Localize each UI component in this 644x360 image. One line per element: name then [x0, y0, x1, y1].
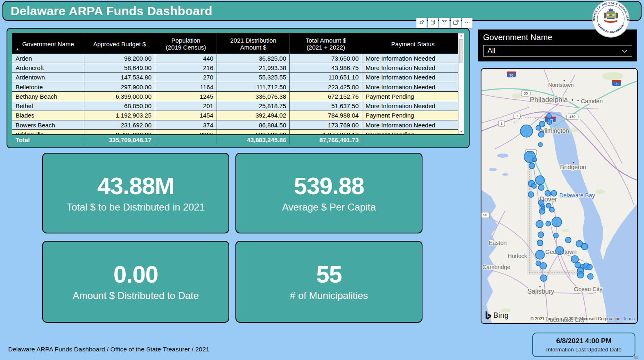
map-attribution: © 2021 TomTom, © 2021 Microsoft Corporat…	[531, 316, 635, 321]
terms-link[interactable]: Terms	[623, 316, 635, 321]
map-bubble[interactable]	[533, 158, 537, 162]
cell-2021-distribution: 336,076.38	[217, 92, 290, 101]
column-header[interactable]: 2021 Distribution Amount $	[217, 33, 290, 54]
cell-population: 2366	[155, 130, 217, 134]
map-bubble[interactable]	[587, 264, 592, 270]
cell-approved-budget: 2,785,900.00	[84, 130, 155, 134]
kpi-label: # of Municipalities	[290, 290, 368, 301]
report-footer: Delaware ARPA Funds Dashboard / Office o…	[8, 346, 209, 353]
map-bubble[interactable]	[552, 217, 562, 227]
column-header[interactable]: Payment Status	[362, 33, 464, 54]
table-row[interactable]: Ardencroft 58,649.00 216 21,993.38 43,98…	[12, 63, 464, 72]
filter-button[interactable]	[439, 18, 450, 28]
kpi-label: Total $ to be Distributed in 2021	[67, 202, 205, 213]
scroll-up-icon[interactable]: ▲	[460, 34, 463, 38]
map-label: Camden	[581, 98, 603, 104]
cell-total-amount: 223,425.00	[290, 82, 362, 92]
map-bubble[interactable]	[536, 220, 543, 228]
map-bubble[interactable]	[577, 272, 584, 278]
cell-government-name: Arden	[12, 54, 84, 63]
map-bubble[interactable]	[551, 190, 557, 196]
cell-2021-distribution: 21,993.38	[217, 63, 290, 72]
focus-mode-button[interactable]	[451, 18, 461, 28]
map-bubble[interactable]	[538, 131, 544, 137]
table-row[interactable]: Bridgeville 2,785,900.00 2366 638,680.09…	[12, 130, 464, 134]
map-bubble[interactable]	[581, 243, 588, 250]
map-bubble[interactable]	[536, 250, 545, 259]
table-scrollbar[interactable]: ▲ ▼	[458, 33, 464, 134]
table-row[interactable]: Bellefonte 297,900.00 1164 111,712.50 22…	[12, 82, 464, 92]
cell-population: 440	[155, 54, 217, 63]
government-name-dropdown[interactable]: All	[483, 45, 632, 57]
map-bubble[interactable]	[540, 275, 547, 281]
column-header[interactable]: Government Name	[12, 33, 84, 54]
copy-button[interactable]	[428, 18, 438, 28]
cell-2021-distribution: 111,712.50	[217, 82, 290, 92]
cell-population: 216	[155, 63, 217, 72]
map-bubble[interactable]	[538, 232, 544, 238]
cell-population: 1245	[155, 92, 217, 101]
kpi-value: 0.00	[113, 262, 158, 287]
map-bubble[interactable]	[547, 120, 552, 125]
map-bubble[interactable]	[545, 190, 551, 196]
map-label: Bridgeton	[560, 163, 586, 170]
table-row[interactable]: Bethany Beach 6,399,000.00 1245 336,076.…	[12, 92, 464, 101]
cell-government-name: Bridgeville	[12, 130, 84, 134]
map-bubble[interactable]	[546, 203, 551, 208]
map-bubble[interactable]	[536, 176, 545, 185]
map-label: Philadelphia	[530, 96, 568, 104]
last-updated-card: 6/8/2021 4:00 PM Information Last Update…	[532, 333, 635, 357]
map-bubble[interactable]	[528, 192, 534, 197]
scrollbar-thumb[interactable]	[459, 39, 463, 63]
map-bubble[interactable]	[547, 113, 551, 118]
total-label: Total	[12, 135, 84, 145]
map-bubble[interactable]	[538, 143, 542, 147]
map-bubble[interactable]	[571, 256, 578, 263]
sort-ascending-icon[interactable]: ▲	[16, 47, 19, 51]
cell-population: 1164	[155, 82, 217, 92]
map-label: Ocean City	[574, 286, 602, 292]
map-bubble[interactable]	[520, 125, 533, 137]
delaware-map-card[interactable]: 7630951304951130150 NorristownPhiladelph…	[481, 68, 638, 324]
column-header[interactable]: Approved Budget $	[84, 33, 155, 54]
table-row[interactable]: Bowers Beach 231,692.00 374 86,884.50 17…	[12, 120, 464, 130]
scroll-down-icon[interactable]: ▼	[460, 130, 463, 134]
map-bubble[interactable]	[554, 233, 558, 238]
table-row[interactable]: Blades 1,192,903.25 1454 392,494.02 784,…	[12, 111, 464, 120]
map-bubble[interactable]	[588, 274, 593, 279]
more-options-button[interactable]	[462, 18, 472, 28]
map-bubble[interactable]	[565, 237, 571, 243]
map-bubble[interactable]	[529, 163, 535, 169]
map-bubble[interactable]	[546, 221, 551, 226]
map-bubble[interactable]	[549, 207, 554, 212]
map-bubble[interactable]	[531, 183, 536, 188]
column-header[interactable]: Total Amount $ (2021 + 2022)	[290, 33, 362, 54]
map-bubble[interactable]	[538, 185, 544, 190]
cell-approved-budget: 147,534.80	[84, 73, 155, 82]
map-label: Delaware Bay	[559, 192, 595, 199]
route-shield-50: 50	[481, 212, 490, 218]
table-header-row: Government Name Approved Budget $ Popula…	[12, 33, 464, 54]
municipality-table: ▲ Government Name Approved Budget $ Popu…	[12, 33, 464, 143]
cell-payment-status: Payment Pending	[362, 111, 464, 120]
svg-text:95: 95	[615, 82, 619, 86]
map-bubble[interactable]	[539, 121, 545, 127]
pin-button[interactable]	[416, 18, 427, 28]
map-label: Norristown	[548, 82, 574, 88]
cell-payment-status: More Information Needed	[362, 63, 464, 72]
cell-government-name: Bethel	[12, 101, 84, 111]
total-amount: 87,766,491.73	[290, 135, 362, 145]
copy-icon	[429, 19, 436, 27]
table-row[interactable]: Arden 98,200.00 440 36,825.00 73,650.00 …	[12, 54, 464, 63]
map-bubble[interactable]	[575, 262, 581, 268]
column-header[interactable]: Population (2019 Census)	[155, 33, 217, 54]
map-bubble[interactable]	[540, 263, 547, 269]
map-bubble[interactable]	[556, 247, 564, 255]
table-row[interactable]: Bethel 68,850.00 201 25,818.75 51,637.50…	[12, 101, 464, 111]
map-bubble[interactable]	[539, 208, 545, 214]
delaware-bubble-map[interactable]: 7630951304951130150 NorristownPhiladelph…	[481, 69, 637, 323]
map-bubble[interactable]	[537, 240, 543, 246]
table-row[interactable]: Ardentown 147,534.80 270 55,325.55 110,6…	[12, 73, 464, 82]
state-treasurer-seal: OFFICE OF THE STATE TREASURER STATE OF D…	[592, 0, 630, 38]
kpi-municipality-count: 55 # of Municipalities	[235, 241, 423, 323]
